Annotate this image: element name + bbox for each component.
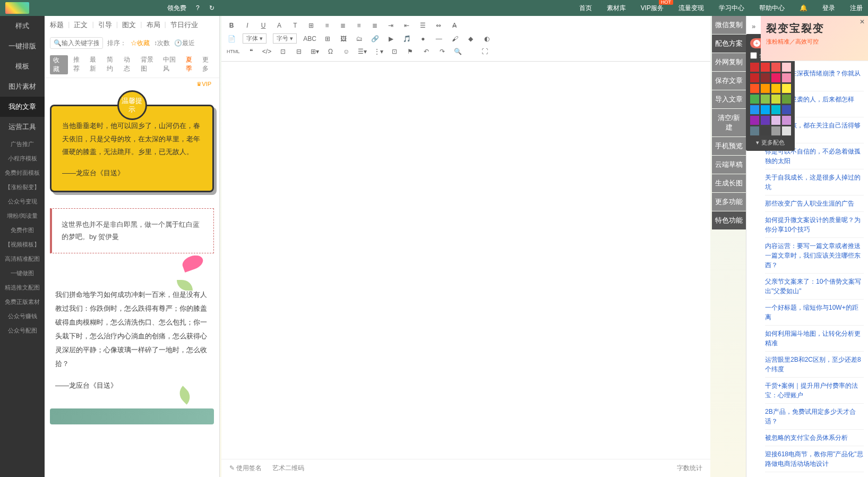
more-colors-btn[interactable]: ▾ 更多配色 — [750, 139, 790, 147]
color-swatch[interactable] — [761, 84, 770, 93]
color-swatch[interactable] — [761, 73, 770, 82]
eraser-icon[interactable]: ◐ — [482, 34, 492, 44]
flag-icon[interactable]: ⚑ — [406, 47, 415, 56]
register-link[interactable]: 注册 — [850, 4, 863, 13]
html-icon[interactable]: HTML — [227, 47, 240, 56]
link-icon[interactable]: 🔗 — [371, 34, 380, 44]
indent-icon[interactable]: ⇥ — [386, 21, 396, 30]
add-color-icon[interactable]: + — [753, 40, 760, 47]
tab-festival[interactable]: 节日行业 — [170, 20, 198, 30]
nav-material[interactable]: 素材库 — [607, 4, 626, 13]
tool-import[interactable]: 导入文章 — [712, 90, 746, 108]
fill-icon[interactable]: ◆ — [466, 34, 476, 44]
hr-icon[interactable]: — — [434, 34, 444, 44]
tool-draft[interactable]: 云端草稿 — [712, 156, 746, 174]
color-swatch[interactable] — [761, 63, 770, 72]
filter-fav[interactable]: 收藏 — [50, 55, 68, 74]
tool-preview[interactable]: 手机预览 — [712, 137, 746, 155]
sidebar-matchimg[interactable]: 公众号配图 — [0, 323, 45, 338]
align-justify-icon[interactable]: ≣ — [370, 21, 380, 30]
article-link[interactable]: 一个好标题，缩短你与10W+的距离 — [765, 300, 864, 326]
free-link[interactable]: 领免费 — [167, 4, 186, 13]
nav-traffic[interactable]: 流量变现 — [678, 4, 704, 13]
video-icon[interactable]: ▶ — [386, 34, 396, 44]
promo-banner[interactable]: ✕ 裂变宝裂变 涨粉精准／高效可控 — [761, 16, 868, 61]
color-swatch[interactable] — [771, 126, 780, 135]
sidebar-monetize[interactable]: 公众号变现 — [0, 194, 45, 209]
color-swatch[interactable] — [750, 84, 759, 93]
color-swatch[interactable] — [782, 116, 791, 125]
sort-fav[interactable]: ☆收藏 — [131, 39, 150, 48]
filter-new[interactable]: 最新 — [90, 55, 101, 74]
filter-dynamic[interactable]: 动态 — [124, 55, 135, 74]
more2-icon[interactable]: ⊟ — [294, 47, 304, 56]
nav-vip[interactable]: VIP服务HOT — [641, 4, 664, 13]
color-swatch[interactable] — [761, 116, 770, 125]
size-select[interactable]: 字号 ▾ — [273, 33, 297, 44]
brush-icon[interactable]: 🖌 — [450, 34, 460, 44]
newdoc-icon[interactable]: 📄 — [227, 34, 236, 44]
undo-icon[interactable]: ↶ — [422, 47, 431, 56]
article-link[interactable]: 迎接618电商节，教你用"产品化"思路做电商活动场地设计 — [765, 446, 864, 472]
color-swatch[interactable] — [782, 105, 791, 114]
sidebar-oneimg[interactable]: 一键做图 — [0, 266, 45, 280]
sidebar-template[interactable]: 模板 — [0, 56, 45, 76]
template-card-2[interactable]: 这世界也并不是非白即黑，做一个属于红白蓝的梦吧。by 贺伊曼 — [50, 208, 214, 253]
sidebar-ad[interactable]: 广告推广 — [0, 137, 45, 151]
sidebar-freestock[interactable]: 免费正版素材 — [0, 295, 45, 309]
article-link[interactable]: 2B产品，免费试用定多少天才合适？ — [765, 404, 864, 430]
sidebar-images[interactable]: 图片素材 — [0, 76, 45, 97]
article-link[interactable]: 如何利用漏斗地图，让转化分析更精准 — [765, 326, 864, 352]
code-icon[interactable]: </> — [262, 47, 272, 56]
color-swatch[interactable] — [782, 73, 791, 82]
template-card-3[interactable]: 我们拼命地学习如何成功冲刺一百米，但是没有人教过我们：你跌倒时，怎么跌得有尊严；… — [50, 283, 214, 398]
article-link[interactable]: 干货+案例｜提升用户付费率的法宝：心理账户 — [765, 378, 864, 404]
signature-btn[interactable]: ✎ 使用签名 — [229, 464, 262, 473]
search-box[interactable]: 🔍 — [50, 37, 103, 49]
underline-icon[interactable]: U — [259, 21, 268, 30]
italic-icon[interactable]: I — [243, 21, 252, 30]
nav-learn[interactable]: 学习中心 — [719, 4, 744, 13]
sidebar-growth[interactable]: 增粉/阅读量 — [0, 209, 45, 223]
color-swatch[interactable] — [782, 63, 791, 72]
color-swatch[interactable] — [782, 95, 791, 104]
clear-icon[interactable]: A̶ — [450, 21, 459, 30]
sidebar-earn[interactable]: 公众号赚钱 — [0, 309, 45, 323]
audio-icon[interactable]: 🎵 — [402, 34, 412, 44]
sidebar-layout[interactable]: 一键排版 — [0, 36, 45, 56]
tool-color-scheme[interactable]: 配色方案 — [712, 35, 746, 53]
color-swatch[interactable] — [782, 126, 791, 135]
color-swatch[interactable] — [761, 126, 770, 135]
more1-icon[interactable]: ⊡ — [278, 47, 288, 56]
tool-special[interactable]: 特色功能 — [712, 211, 746, 229]
sort-count[interactable]: ↕次数 — [154, 39, 170, 48]
pg-icon[interactable]: ⊡ — [390, 47, 399, 56]
article-link[interactable]: 那些改变广告人职业生涯的广告 — [765, 195, 864, 212]
emoji-icon[interactable]: ☺ — [342, 47, 351, 56]
bell-icon[interactable]: 🔔 — [800, 4, 807, 12]
article-link[interactable]: 内容运营：要写一篇文章或者推送一篇文章时，我们应该关注哪些东西？ — [765, 238, 864, 274]
sidebar-video[interactable]: 【视频模板】 — [0, 237, 45, 252]
color-swatch[interactable] — [761, 105, 770, 114]
align-center-icon[interactable]: ≣ — [338, 21, 348, 30]
sidebar-style[interactable]: 样式 — [0, 16, 45, 36]
help-icon[interactable]: ? — [196, 4, 200, 12]
color-swatch[interactable] — [750, 105, 759, 114]
search-input[interactable] — [62, 39, 99, 47]
full-change-checkbox[interactable] — [750, 52, 757, 59]
filter-simple[interactable]: 简约 — [107, 55, 118, 74]
tool-save[interactable]: 保存文章 — [712, 72, 746, 90]
color-swatch[interactable] — [750, 73, 759, 82]
tab-body[interactable]: 正文 — [74, 20, 88, 30]
tab-imgtext[interactable]: 图文 — [122, 20, 136, 30]
tool-wechat-copy[interactable]: 微信复制 — [712, 16, 746, 34]
tool-longimg[interactable]: 生成长图 — [712, 174, 746, 192]
sidebar-fission[interactable]: 【涨粉裂变】 — [0, 180, 45, 194]
filter-more[interactable]: 更多 — [202, 55, 214, 74]
color-swatch[interactable] — [750, 116, 759, 125]
spacing-icon[interactable]: ⇔ — [434, 21, 443, 30]
redo-icon[interactable]: ↷ — [437, 47, 447, 56]
template-card-1[interactable]: 温馨提示 当他垂垂老时，他可以回乡了，山河仍在，春天依旧，只是父母的坟，在太深的… — [50, 105, 214, 192]
color-swatch[interactable] — [771, 63, 780, 72]
gallery-icon[interactable]: 🗂 — [355, 34, 364, 44]
